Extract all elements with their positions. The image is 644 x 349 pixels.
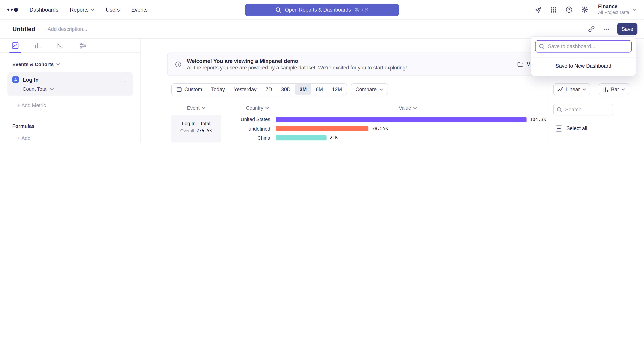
date-controls: CustomTodayYesterday7D30D3M6M12M Compare bbox=[171, 83, 548, 95]
banner-body: All the reports you see are powered by a… bbox=[187, 65, 407, 70]
tab-insights-icon[interactable] bbox=[12, 42, 19, 49]
scale-dropdown[interactable]: Linear bbox=[553, 83, 590, 95]
save-to-dashboard-popover: Save to New Dashboard bbox=[531, 36, 636, 76]
demo-dataset-button[interactable]: V bbox=[517, 61, 530, 67]
save-button[interactable]: Save bbox=[617, 23, 638, 35]
report-content: Welcome! You are viewing a Mixpanel demo… bbox=[141, 38, 548, 142]
gear-icon[interactable] bbox=[581, 6, 589, 13]
mixpanel-insights-app: DashboardsReportsUsersEvents Open Report… bbox=[0, 0, 644, 142]
column-header-event[interactable]: Event bbox=[171, 105, 221, 111]
compare-button[interactable]: Compare bbox=[350, 83, 388, 95]
project-selector[interactable]: Finance All Project Data bbox=[598, 4, 636, 15]
nav-item-events[interactable]: Events bbox=[131, 6, 148, 13]
range-button-7d[interactable]: 7D bbox=[261, 84, 277, 95]
chart-column-headers: Event Country Value bbox=[141, 105, 548, 112]
global-search[interactable]: Open Reports & Dashboards ⌘ + K bbox=[245, 4, 399, 16]
dashboard-search bbox=[535, 40, 632, 52]
category-label: China bbox=[221, 135, 276, 141]
chevron-down-icon bbox=[56, 63, 60, 66]
report-title[interactable]: Untitled bbox=[12, 25, 35, 32]
project-name: Finance bbox=[598, 4, 618, 10]
nav-item-reports[interactable]: Reports bbox=[70, 6, 94, 13]
value-label: 104.3K bbox=[530, 117, 546, 122]
chevron-down-icon bbox=[413, 107, 417, 109]
date-range-group: CustomTodayYesterday7D30D3M6M12M bbox=[171, 83, 347, 95]
chevron-down-icon bbox=[633, 8, 636, 11]
range-button-custom[interactable]: Custom bbox=[172, 84, 206, 95]
add-metric-button[interactable]: + Add Metric bbox=[17, 103, 140, 108]
event-type-badge: A bbox=[12, 76, 19, 83]
nav-item-users[interactable]: Users bbox=[106, 6, 120, 13]
checkbox-indeterminate[interactable] bbox=[556, 125, 562, 132]
range-button-12m[interactable]: 12M bbox=[327, 84, 346, 95]
bar-chart: Log In - Total Overall 276.5K United Sta… bbox=[171, 115, 548, 142]
top-nav: DashboardsReportsUsersEvents Open Report… bbox=[0, 0, 644, 20]
legend-search bbox=[553, 104, 613, 115]
column-header-country[interactable]: Country bbox=[236, 105, 279, 111]
range-button-6m[interactable]: 6M bbox=[311, 84, 327, 95]
range-button-30d[interactable]: 30D bbox=[277, 84, 295, 95]
add-formula-button[interactable]: + Add bbox=[17, 135, 140, 141]
range-label: Custom bbox=[184, 86, 202, 92]
send-icon[interactable] bbox=[534, 6, 542, 13]
chevron-down-icon bbox=[202, 107, 205, 109]
category-label: United States bbox=[221, 117, 276, 122]
chart-row-china: China21K bbox=[221, 133, 548, 142]
mixpanel-logo[interactable] bbox=[8, 7, 18, 11]
range-label: 12M bbox=[332, 86, 342, 92]
formulas-header: Formulas bbox=[12, 123, 140, 129]
dashboard-search-input[interactable] bbox=[535, 40, 632, 52]
aggregation-selector[interactable]: Count Total bbox=[23, 86, 128, 92]
range-label: Today bbox=[211, 86, 225, 92]
report-actions: Save bbox=[588, 23, 637, 35]
chart-type-dropdown[interactable]: Bar bbox=[599, 83, 629, 95]
bar-undefined[interactable] bbox=[276, 126, 368, 131]
project-scope: All Project Data bbox=[598, 10, 629, 15]
chevron-down-icon bbox=[582, 88, 586, 90]
event-card[interactable]: A Log In ⋮ Count Total bbox=[8, 72, 133, 96]
apps-grid-icon[interactable] bbox=[550, 6, 558, 13]
chevron-down-icon bbox=[622, 88, 625, 90]
global-search-placeholder: Open Reports & Dashboards bbox=[285, 7, 351, 13]
range-button-3m[interactable]: 3M bbox=[295, 84, 311, 95]
range-button-yesterday[interactable]: Yesterday bbox=[230, 84, 261, 95]
range-label: 30D bbox=[281, 86, 290, 92]
nav-item-dashboards[interactable]: Dashboards bbox=[30, 6, 58, 13]
bar-china[interactable] bbox=[276, 135, 326, 141]
event-name: Log In bbox=[23, 77, 120, 83]
column-header-value[interactable]: Value bbox=[276, 105, 539, 111]
nav-item-label: Dashboards bbox=[30, 6, 58, 13]
save-to-new-dashboard-button[interactable]: Save to New Dashboard bbox=[531, 57, 636, 74]
chevron-down-icon bbox=[90, 8, 94, 11]
line-chart-icon bbox=[557, 86, 563, 92]
select-all-row[interactable]: Select all bbox=[553, 125, 644, 132]
demo-banner: Welcome! You are viewing a Mixpanel demo… bbox=[167, 52, 538, 76]
folder-icon bbox=[517, 61, 524, 67]
event-summary-cell[interactable]: Log In - Total Overall 276.5K bbox=[171, 115, 221, 142]
tab-funnels-icon[interactable] bbox=[34, 42, 42, 49]
more-options-icon[interactable] bbox=[602, 25, 610, 33]
search-icon bbox=[556, 107, 562, 112]
add-description[interactable]: + Add description... bbox=[44, 26, 87, 32]
main-nav: DashboardsReportsUsersEvents bbox=[30, 6, 148, 13]
bar-rows: United States104.3Kundefined38.55KChina2… bbox=[221, 115, 548, 142]
bar-united-states[interactable] bbox=[276, 117, 526, 122]
tab-flows-icon[interactable] bbox=[79, 42, 87, 49]
range-label: 7D bbox=[266, 86, 272, 92]
help-icon[interactable]: ? bbox=[565, 6, 573, 13]
chevron-down-icon bbox=[380, 88, 383, 90]
chevron-down-icon bbox=[265, 107, 269, 109]
series-name: Log In - Total bbox=[182, 121, 210, 126]
logo-dot bbox=[8, 8, 10, 10]
keyboard-shortcut: ⌘ + K bbox=[354, 7, 368, 13]
nav-item-label: Reports bbox=[70, 6, 89, 13]
events-cohorts-header[interactable]: Events & Cohorts bbox=[12, 61, 140, 67]
demo-dataset-button-label: V bbox=[527, 61, 530, 67]
project-info: Finance All Project Data bbox=[598, 4, 629, 15]
copy-link-icon[interactable] bbox=[588, 25, 595, 33]
tab-retention-icon[interactable] bbox=[57, 42, 64, 49]
event-menu-icon[interactable]: ⋮ bbox=[123, 77, 128, 83]
chart-row-united-states: United States104.3K bbox=[221, 115, 548, 124]
calendar-icon bbox=[176, 86, 182, 92]
range-button-today[interactable]: Today bbox=[206, 84, 230, 95]
